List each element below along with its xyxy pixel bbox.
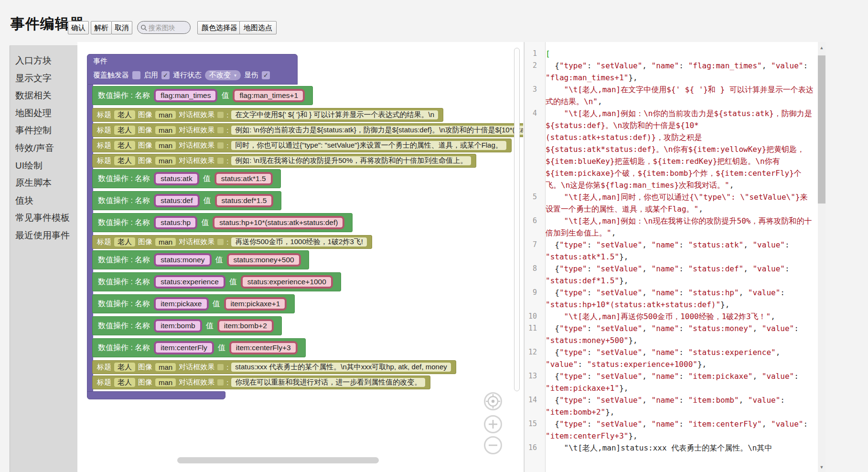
code-line[interactable]: 6 "\t[老人,man]例如：\n现在我将让你的攻防提升50%，再将攻防和的十… <box>525 215 815 239</box>
sidebar-item[interactable]: 值块 <box>15 192 77 210</box>
line-content[interactable]: {"type": "setValue", "name": "status:exp… <box>541 346 815 370</box>
sidebar-item[interactable]: 原生脚本 <box>15 174 77 192</box>
speaker-field[interactable]: 老人 <box>114 126 135 135</box>
name-field[interactable]: status:experience <box>154 275 225 289</box>
parse-button[interactable]: 解析 <box>91 21 112 34</box>
block-canvas[interactable]: 事件 覆盖触发器 启用 ✓ 通行状态 不改变 ▾ 显伤 ✓ 数值操作 : 名称 … <box>77 42 523 472</box>
value-field[interactable]: flag:man_times+1 <box>233 89 305 102</box>
code-line[interactable]: 14 {"type": "setValue", "name": "item:bo… <box>525 394 815 418</box>
dialog-effect-checkbox[interactable] <box>217 364 224 370</box>
line-content[interactable]: {"type": "setValue", "name": "status:def… <box>541 263 815 287</box>
code-line[interactable]: 4 "\t[老人,man]例如：\n你的当前攻击力是${status:atk}，… <box>525 107 815 191</box>
code-line[interactable]: 9 {"type": "setValue", "name": "status:h… <box>525 287 815 311</box>
text-field[interactable]: 在文字中使用${' ${ '}和 } 可以计算并显示一个表达式的结果。\n <box>231 110 438 119</box>
code-line[interactable]: 2 {"type": "setValue", "name": "flag:man… <box>525 60 815 84</box>
value-field[interactable]: status:hp+10*(status:atk+status:def) <box>213 216 344 229</box>
map-pick-button[interactable]: 地图选点 <box>239 21 277 34</box>
sidebar-item[interactable]: 数据相关 <box>15 87 77 105</box>
text-field[interactable]: 你现在可以重新和我进行对话，进一步看到属性值的改变。 <box>231 378 425 387</box>
sidebar-item[interactable]: UI绘制 <box>15 157 77 175</box>
confirm-button[interactable]: 确认 <box>68 21 89 34</box>
zoom-in-button[interactable] <box>484 415 502 433</box>
horizontal-scrollbar[interactable] <box>177 457 379 463</box>
block-setvalue-row[interactable]: 数值操作 : 名称 status:experience 值 status:exp… <box>92 272 341 291</box>
block-text-row[interactable]: 标题 老人 图像 man 对话框效果 : 同时，你也可以通过{"type": "… <box>92 139 512 152</box>
code-line[interactable]: 3 "\t[老人,man]在文字中使用${' ${ '}和 } 可以计算并显示一… <box>525 84 815 107</box>
scrollbar-thumb[interactable] <box>818 55 825 204</box>
text-field[interactable]: 再送你500金币，1000经验，1破2炸3飞! <box>231 237 367 247</box>
line-content[interactable]: {"type": "setValue", "name": "item:cente… <box>541 418 815 442</box>
value-field[interactable]: status:experience+1000 <box>241 275 333 289</box>
name-field[interactable]: item:bomb <box>154 319 202 333</box>
code-line[interactable]: 10 "\t[老人,man]再送你500金币，1000经验，1破2炸3飞！", <box>525 311 815 322</box>
line-content[interactable]: {"type": "setValue", "name": "item:picka… <box>541 370 815 394</box>
search-input[interactable] <box>149 24 187 32</box>
code-line[interactable]: 15 {"type": "setValue", "name": "item:ce… <box>525 418 815 442</box>
sidebar-item[interactable]: 最近使用事件 <box>15 227 77 245</box>
block-setvalue-row[interactable]: 数值操作 : 名称 status:def 值 status:def*1.5 <box>92 191 281 210</box>
text-field[interactable]: 例如: \n现在我将让你的攻防提升50%，再将攻防和的十倍加到生命值上。 <box>231 156 471 165</box>
sidebar-item[interactable]: 地图处理 <box>15 105 77 122</box>
value-field[interactable]: item:centerFly+3 <box>229 341 298 354</box>
image-field[interactable]: man <box>155 157 176 165</box>
color-picker-button[interactable]: 颜色选择器 <box>197 21 242 34</box>
speaker-field[interactable]: 老人 <box>114 141 135 150</box>
line-content[interactable]: "\t[老人,man]在文字中使用${' ${ '}和 } 可以计算并显示一个表… <box>541 84 815 107</box>
line-content[interactable]: {"type": "setValue", "name": "status:atk… <box>541 239 815 263</box>
block-text-row[interactable]: 标题 老人 图像 man 对话框效果 : 你现在可以重新和我进行对话，进一步看到… <box>92 375 430 389</box>
line-content[interactable]: "\t[老人,man]同时，你也可以通过{\"type\": \"setValu… <box>541 191 815 215</box>
block-text-row[interactable]: 标题 老人 图像 man 对话框效果 : 例如: \n你的当前攻击力是${sta… <box>92 123 523 137</box>
code-line[interactable]: 13 {"type": "setValue", "name": "item:pi… <box>525 370 815 394</box>
line-content[interactable]: {"type": "setValue", "name": "status:mon… <box>541 322 815 346</box>
scroll-up-arrow-icon[interactable]: ▲ <box>818 44 825 52</box>
zoom-reset-button[interactable] <box>484 392 502 410</box>
image-field[interactable]: man <box>155 363 176 371</box>
sidebar-item[interactable]: 显示文字 <box>15 70 77 87</box>
code-line[interactable]: 11 {"type": "setValue", "name": "status:… <box>525 322 815 346</box>
vertical-scrollbar[interactable] <box>514 48 520 391</box>
name-field[interactable]: status:def <box>154 194 199 207</box>
code-panel[interactable]: 1 [ 2 {"type": "setValue", "name": "flag… <box>524 42 818 472</box>
event-block[interactable]: 事件 覆盖触发器 启用 ✓ 通行状态 不改变 ▾ 显伤 ✓ <box>87 54 298 85</box>
code-line[interactable]: 8 {"type": "setValue", "name": "status:d… <box>525 263 815 287</box>
speaker-field[interactable]: 老人 <box>114 363 135 372</box>
sidebar-item[interactable]: 常见事件模板 <box>15 209 77 227</box>
name-field[interactable]: status:money <box>154 253 211 267</box>
line-content[interactable]: {"type": "setValue", "name": "flag:man_t… <box>541 60 815 84</box>
name-field[interactable]: status:hp <box>154 216 197 229</box>
value-field[interactable]: status:money+500 <box>227 253 301 267</box>
dialog-effect-checkbox[interactable] <box>217 127 224 133</box>
block-setvalue-row[interactable]: 数值操作 : 名称 flag:man_times 值 flag:man_time… <box>92 86 313 105</box>
text-field[interactable]: 例如: \n你的当前攻击力是${status:atk}，防御力是${status… <box>231 126 523 135</box>
image-field[interactable]: man <box>155 126 176 134</box>
line-content[interactable]: [ <box>541 48 815 60</box>
dialog-effect-checkbox[interactable] <box>217 142 224 149</box>
value-field[interactable]: status:atk*1.5 <box>214 172 273 185</box>
dialog-effect-checkbox[interactable] <box>217 239 224 245</box>
name-field[interactable]: status:atk <box>154 172 199 185</box>
block-setvalue-row[interactable]: 数值操作 : 名称 status:hp 值 status:hp+10*(stat… <box>92 213 353 232</box>
damage-display-checkbox[interactable]: ✓ <box>262 71 270 79</box>
image-field[interactable]: man <box>155 141 176 150</box>
line-content[interactable]: "\t[老人,man]例如：\n你的当前攻击力是${status:atk}，防御… <box>541 107 815 191</box>
scroll-down-arrow-icon[interactable]: ▼ <box>818 463 825 471</box>
block-setvalue-row[interactable]: 数值操作 : 名称 item:bomb 值 item:bomb+2 <box>92 316 282 335</box>
cancel-button[interactable]: 取消 <box>111 21 132 34</box>
block-setvalue-row[interactable]: 数值操作 : 名称 item:centerFly 值 item:centerFl… <box>92 338 306 357</box>
zoom-out-button[interactable] <box>484 436 502 454</box>
name-field[interactable]: flag:man_times <box>154 89 217 102</box>
search-box[interactable] <box>137 21 191 34</box>
line-content[interactable]: "\t[老人,man]例如：\n现在我将让你的攻防提升50%，再将攻防和的十倍加… <box>541 215 815 239</box>
sidebar-item[interactable]: 入口方块 <box>15 52 77 70</box>
image-field[interactable]: man <box>155 238 176 246</box>
sidebar-item[interactable]: 事件控制 <box>15 122 77 139</box>
image-field[interactable]: man <box>155 111 176 119</box>
dialog-effect-checkbox[interactable] <box>217 158 224 164</box>
name-field[interactable]: item:centerFly <box>154 341 214 354</box>
sidebar-item[interactable]: 特效/声音 <box>15 139 77 157</box>
line-content[interactable]: "\t[老人,man]status:xxx 代表勇士的某个属性。\n其中 <box>541 442 815 454</box>
block-setvalue-row[interactable]: 数值操作 : 名称 status:money 值 status:money+50… <box>92 250 309 269</box>
code-line[interactable]: 5 "\t[老人,man]同时，你也可以通过{\"type\": \"setVa… <box>525 191 815 215</box>
block-text-row[interactable]: 标题 老人 图像 man 对话框效果 : status:xxx 代表勇士的某个属… <box>92 360 456 374</box>
text-field[interactable]: 同时，你也可以通过{"type": "setValue"}来设置一个勇士的属性、… <box>231 141 506 150</box>
